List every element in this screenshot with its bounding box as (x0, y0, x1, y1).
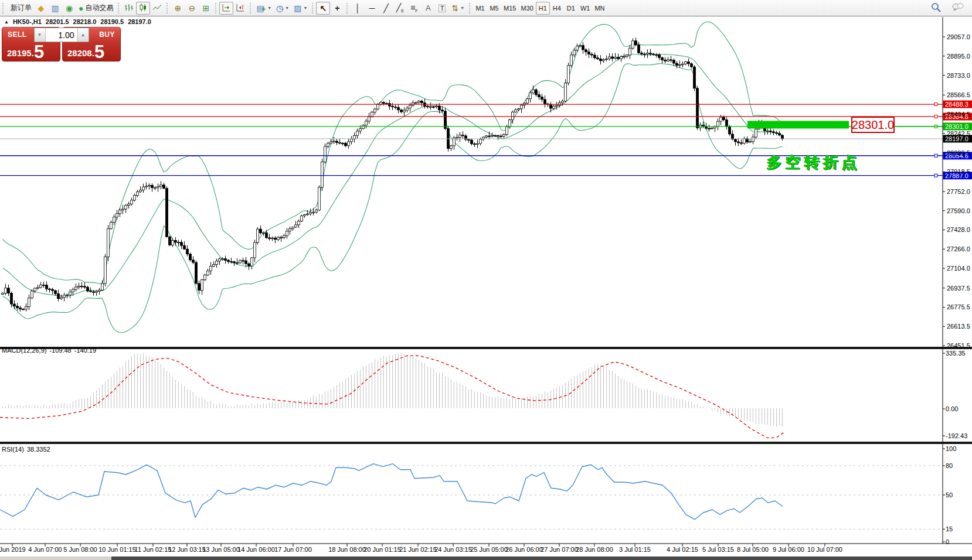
hline-icon: ─ (369, 4, 375, 12)
tf-m15-button[interactable]: M15 (501, 2, 518, 15)
pane-separator[interactable] (0, 442, 972, 444)
candle-chart-button[interactable] (136, 2, 150, 15)
chat-button[interactable] (950, 2, 966, 15)
tf-h1-button[interactable]: H1 (536, 2, 550, 15)
autotrade-button[interactable]: ●自动交易 (76, 2, 115, 15)
svg-text:-192.43: -192.43 (946, 432, 967, 439)
zoom-out-button[interactable]: ⊖ (185, 2, 199, 15)
horizontal-line-button[interactable]: ─ (365, 2, 379, 15)
fibonacci-button[interactable]: ≡F (407, 2, 421, 15)
toolbar-grip[interactable] (469, 3, 470, 13)
vline-icon: │ (355, 4, 361, 12)
svg-text:100: 100 (946, 445, 956, 452)
trendline-button[interactable]: ╱ (379, 2, 393, 15)
volume-increase-button[interactable]: ▲ (77, 28, 89, 42)
market-watch-button[interactable]: ▥ (48, 2, 62, 15)
svg-text:10 Jun 01:15: 10 Jun 01:15 (98, 546, 136, 553)
button-label: M15 (504, 5, 516, 12)
signals-button[interactable]: ◉ (62, 2, 76, 15)
toolbar-grip[interactable] (166, 3, 168, 13)
line-chart-button[interactable] (150, 2, 164, 15)
template-icon: ▨ (294, 4, 301, 12)
volume-decrease-button[interactable]: ▼ (35, 28, 46, 42)
tf-m5-button[interactable]: M5 (487, 2, 501, 15)
svg-text:14 Jun 06:00: 14 Jun 06:00 (237, 546, 275, 553)
dropdown-arrow-icon[interactable]: ▼ (303, 6, 307, 10)
svg-text:27918.5: 27918.5 (947, 168, 970, 175)
svg-text:80: 80 (946, 462, 953, 469)
tf-mn-button[interactable]: MN (592, 2, 607, 15)
new-chart-button[interactable]: ▤+▼ (254, 2, 274, 15)
time-axis[interactable]: Jun 20194 Jun 07:005 Jun 08:0010 Jun 01:… (0, 544, 972, 553)
svg-text:20 Jun 01:15: 20 Jun 01:15 (363, 546, 401, 553)
candles-icon (138, 3, 148, 13)
tf-m30-button[interactable]: M30 (518, 2, 535, 15)
clock-icon: ◷ (276, 4, 283, 12)
macd-axis[interactable]: 335.350.00-192.43 (943, 350, 967, 439)
channel-button[interactable]: ╱E (393, 2, 407, 15)
turning-point-annotation[interactable]: 多空转折点 (767, 152, 861, 173)
text-a-icon: A (426, 4, 431, 12)
chat-icon (952, 3, 964, 13)
button-label: M1 (475, 5, 484, 12)
new-order-button[interactable]: 新订单 (6, 2, 34, 15)
cursor-button[interactable]: ↖ (316, 2, 330, 15)
dropdown-arrow-icon[interactable]: ▼ (285, 6, 289, 10)
tf-d1-button[interactable]: D1 (564, 2, 578, 15)
text-label-icon: T (439, 5, 446, 12)
dropdown-arrow-icon[interactable]: ▼ (460, 6, 464, 10)
svg-text:27752.0: 27752.0 (947, 188, 970, 195)
trendline-icon: ╱ (383, 4, 388, 12)
chart-shift-button[interactable] (233, 2, 247, 15)
toolbar-grip[interactable] (346, 3, 348, 13)
tf-m1-button[interactable]: M1 (473, 2, 487, 15)
button-label: 自动交易 (85, 3, 113, 13)
symbol-period-label: HK50-,H1 (13, 18, 42, 25)
collapse-icon[interactable]: ▲ (4, 19, 9, 25)
scrollbar-thumb[interactable] (0, 556, 111, 560)
svg-text:4 Jul 02:15: 4 Jul 02:15 (667, 546, 698, 553)
svg-text:28301.0: 28301.0 (945, 123, 968, 130)
volume-input[interactable] (46, 28, 77, 42)
dropdown-arrow-icon[interactable]: ▼ (267, 6, 271, 10)
vertical-line-button[interactable]: │ (351, 2, 365, 15)
svg-text:26775.5: 26775.5 (947, 303, 970, 310)
crosshair-button[interactable]: + (330, 2, 344, 15)
toolbar-grip[interactable] (215, 3, 216, 13)
toolbar-grip[interactable] (2, 3, 4, 13)
templates-button[interactable]: ▨▼ (291, 2, 310, 15)
autotrade-icon: ● (79, 4, 83, 12)
search-button[interactable] (929, 2, 944, 15)
toolbar-grip[interactable] (312, 3, 313, 13)
pane-separator[interactable] (0, 347, 972, 349)
toolbar-grip[interactable] (250, 3, 251, 13)
svg-text:Jun 2019: Jun 2019 (0, 546, 26, 553)
zoom-in-button[interactable]: ⊕ (171, 2, 185, 15)
green-zone-rect[interactable] (747, 121, 849, 128)
svg-text:50: 50 (946, 491, 953, 498)
close-value: 28197.0 (128, 18, 151, 25)
bar-chart-button[interactable] (122, 2, 136, 15)
text-button[interactable]: A (421, 2, 435, 15)
text-label-button[interactable]: T (435, 2, 449, 15)
price-callout-box[interactable]: 28301.0 (851, 117, 895, 133)
arrows-icon: ⇅ (451, 4, 458, 12)
svg-text:21 Jun 02:15: 21 Jun 02:15 (399, 546, 437, 553)
charts-window-button[interactable]: ◆ (34, 2, 48, 15)
toolbar-grip[interactable] (118, 3, 119, 13)
svg-text:28404.5: 28404.5 (947, 111, 970, 118)
button-label: D1 (567, 5, 575, 12)
tf-w1-button[interactable]: W1 (578, 2, 593, 15)
svg-text:4 Jun 07:00: 4 Jun 07:00 (28, 546, 62, 553)
arrows-button[interactable]: ⇅▼ (449, 2, 467, 15)
rsi-axis[interactable]: 1008050150 (943, 445, 956, 545)
auto-scroll-button[interactable] (219, 2, 233, 15)
tile-windows-button[interactable]: ⊞ (199, 2, 213, 15)
chart-canvas[interactable]: 28488.328384.828301.028054.627887.028197… (0, 0, 972, 560)
svg-text:25 Jun 05:00: 25 Jun 05:00 (470, 546, 508, 553)
button-label: W1 (580, 5, 590, 12)
horizontal-scrollbar[interactable] (0, 556, 972, 560)
new-chart-icon: ▤+ (256, 4, 266, 12)
periods-button[interactable]: ◷▼ (274, 2, 291, 15)
tf-h4-button[interactable]: H4 (550, 2, 564, 15)
